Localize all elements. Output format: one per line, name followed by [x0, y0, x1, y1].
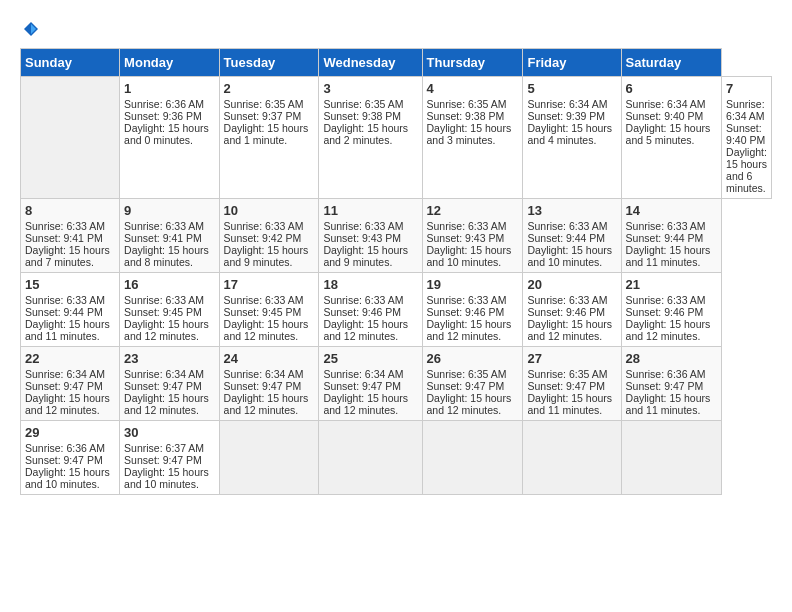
table-row: 1Sunrise: 6:36 AMSunset: 9:36 PMDaylight…	[120, 77, 219, 199]
table-row: 16Sunrise: 6:33 AMSunset: 9:45 PMDayligh…	[120, 273, 219, 347]
daylight-text: Daylight: 15 hours and 12 minutes.	[527, 318, 612, 342]
sunrise-text: Sunrise: 6:33 AM	[323, 220, 403, 232]
table-row: 30Sunrise: 6:37 AMSunset: 9:47 PMDayligh…	[120, 421, 219, 495]
table-row	[422, 421, 523, 495]
daylight-text: Daylight: 15 hours and 8 minutes.	[124, 244, 209, 268]
header-day-tuesday: Tuesday	[219, 49, 319, 77]
table-row: 14Sunrise: 6:33 AMSunset: 9:44 PMDayligh…	[621, 199, 721, 273]
header-day-sunday: Sunday	[21, 49, 120, 77]
daylight-text: Daylight: 15 hours and 9 minutes.	[323, 244, 408, 268]
day-number: 14	[626, 203, 717, 218]
sunset-text: Sunset: 9:46 PM	[626, 306, 704, 318]
sunrise-text: Sunrise: 6:34 AM	[726, 98, 765, 122]
sunrise-text: Sunrise: 6:36 AM	[25, 442, 105, 454]
day-number: 8	[25, 203, 115, 218]
table-row: 27Sunrise: 6:35 AMSunset: 9:47 PMDayligh…	[523, 347, 621, 421]
day-number: 26	[427, 351, 519, 366]
daylight-text: Daylight: 15 hours and 11 minutes.	[626, 392, 711, 416]
table-row: 24Sunrise: 6:34 AMSunset: 9:47 PMDayligh…	[219, 347, 319, 421]
table-row: 11Sunrise: 6:33 AMSunset: 9:43 PMDayligh…	[319, 199, 422, 273]
daylight-text: Daylight: 15 hours and 12 minutes.	[25, 392, 110, 416]
table-row: 5Sunrise: 6:34 AMSunset: 9:39 PMDaylight…	[523, 77, 621, 199]
sunrise-text: Sunrise: 6:34 AM	[224, 368, 304, 380]
table-row: 26Sunrise: 6:35 AMSunset: 9:47 PMDayligh…	[422, 347, 523, 421]
table-row: 4Sunrise: 6:35 AMSunset: 9:38 PMDaylight…	[422, 77, 523, 199]
day-number: 21	[626, 277, 717, 292]
sunset-text: Sunset: 9:41 PM	[124, 232, 202, 244]
sunset-text: Sunset: 9:47 PM	[527, 380, 605, 392]
sunrise-text: Sunrise: 6:35 AM	[527, 368, 607, 380]
sunset-text: Sunset: 9:47 PM	[626, 380, 704, 392]
table-row: 8Sunrise: 6:33 AMSunset: 9:41 PMDaylight…	[21, 199, 120, 273]
day-number: 12	[427, 203, 519, 218]
day-number: 24	[224, 351, 315, 366]
sunset-text: Sunset: 9:47 PM	[323, 380, 401, 392]
daylight-text: Daylight: 15 hours and 11 minutes.	[626, 244, 711, 268]
calendar-week-row: 1Sunrise: 6:36 AMSunset: 9:36 PMDaylight…	[21, 77, 772, 199]
day-number: 25	[323, 351, 417, 366]
header-day-wednesday: Wednesday	[319, 49, 422, 77]
day-number: 19	[427, 277, 519, 292]
calendar-table: SundayMondayTuesdayWednesdayThursdayFrid…	[20, 48, 772, 495]
day-number: 20	[527, 277, 616, 292]
day-number: 3	[323, 81, 417, 96]
sunrise-text: Sunrise: 6:33 AM	[124, 220, 204, 232]
daylight-text: Daylight: 15 hours and 12 minutes.	[626, 318, 711, 342]
sunset-text: Sunset: 9:36 PM	[124, 110, 202, 122]
table-row: 20Sunrise: 6:33 AMSunset: 9:46 PMDayligh…	[523, 273, 621, 347]
daylight-text: Daylight: 15 hours and 12 minutes.	[124, 318, 209, 342]
day-number: 13	[527, 203, 616, 218]
sunset-text: Sunset: 9:47 PM	[25, 454, 103, 466]
sunrise-text: Sunrise: 6:33 AM	[527, 220, 607, 232]
daylight-text: Daylight: 15 hours and 3 minutes.	[427, 122, 512, 146]
sunset-text: Sunset: 9:42 PM	[224, 232, 302, 244]
day-number: 27	[527, 351, 616, 366]
sunset-text: Sunset: 9:47 PM	[124, 380, 202, 392]
table-row: 10Sunrise: 6:33 AMSunset: 9:42 PMDayligh…	[219, 199, 319, 273]
sunrise-text: Sunrise: 6:35 AM	[427, 368, 507, 380]
day-number: 1	[124, 81, 214, 96]
header-day-friday: Friday	[523, 49, 621, 77]
sunset-text: Sunset: 9:38 PM	[323, 110, 401, 122]
table-row: 3Sunrise: 6:35 AMSunset: 9:38 PMDaylight…	[319, 77, 422, 199]
calendar-week-row: 15Sunrise: 6:33 AMSunset: 9:44 PMDayligh…	[21, 273, 772, 347]
sunset-text: Sunset: 9:46 PM	[527, 306, 605, 318]
day-number: 5	[527, 81, 616, 96]
sunset-text: Sunset: 9:37 PM	[224, 110, 302, 122]
daylight-text: Daylight: 15 hours and 1 minute.	[224, 122, 309, 146]
sunset-text: Sunset: 9:47 PM	[224, 380, 302, 392]
table-row: 29Sunrise: 6:36 AMSunset: 9:47 PMDayligh…	[21, 421, 120, 495]
sunrise-text: Sunrise: 6:36 AM	[124, 98, 204, 110]
table-row	[621, 421, 721, 495]
daylight-text: Daylight: 15 hours and 12 minutes.	[427, 392, 512, 416]
sunset-text: Sunset: 9:39 PM	[527, 110, 605, 122]
daylight-text: Daylight: 15 hours and 4 minutes.	[527, 122, 612, 146]
sunrise-text: Sunrise: 6:35 AM	[224, 98, 304, 110]
sunrise-text: Sunrise: 6:34 AM	[323, 368, 403, 380]
day-number: 30	[124, 425, 214, 440]
day-number: 29	[25, 425, 115, 440]
sunrise-text: Sunrise: 6:36 AM	[626, 368, 706, 380]
sunrise-text: Sunrise: 6:34 AM	[527, 98, 607, 110]
sunrise-text: Sunrise: 6:33 AM	[427, 220, 507, 232]
table-row: 28Sunrise: 6:36 AMSunset: 9:47 PMDayligh…	[621, 347, 721, 421]
sunrise-text: Sunrise: 6:33 AM	[25, 294, 105, 306]
day-number: 7	[726, 81, 767, 96]
table-row	[219, 421, 319, 495]
daylight-text: Daylight: 15 hours and 7 minutes.	[25, 244, 110, 268]
sunset-text: Sunset: 9:41 PM	[25, 232, 103, 244]
sunset-text: Sunset: 9:47 PM	[25, 380, 103, 392]
daylight-text: Daylight: 15 hours and 11 minutes.	[527, 392, 612, 416]
sunrise-text: Sunrise: 6:33 AM	[25, 220, 105, 232]
sunset-text: Sunset: 9:40 PM	[726, 122, 765, 146]
table-row	[21, 77, 120, 199]
sunset-text: Sunset: 9:46 PM	[323, 306, 401, 318]
logo-icon	[22, 20, 40, 38]
daylight-text: Daylight: 15 hours and 0 minutes.	[124, 122, 209, 146]
day-number: 6	[626, 81, 717, 96]
header-day-saturday: Saturday	[621, 49, 721, 77]
table-row	[523, 421, 621, 495]
sunset-text: Sunset: 9:44 PM	[527, 232, 605, 244]
table-row: 21Sunrise: 6:33 AMSunset: 9:46 PMDayligh…	[621, 273, 721, 347]
sunset-text: Sunset: 9:43 PM	[323, 232, 401, 244]
